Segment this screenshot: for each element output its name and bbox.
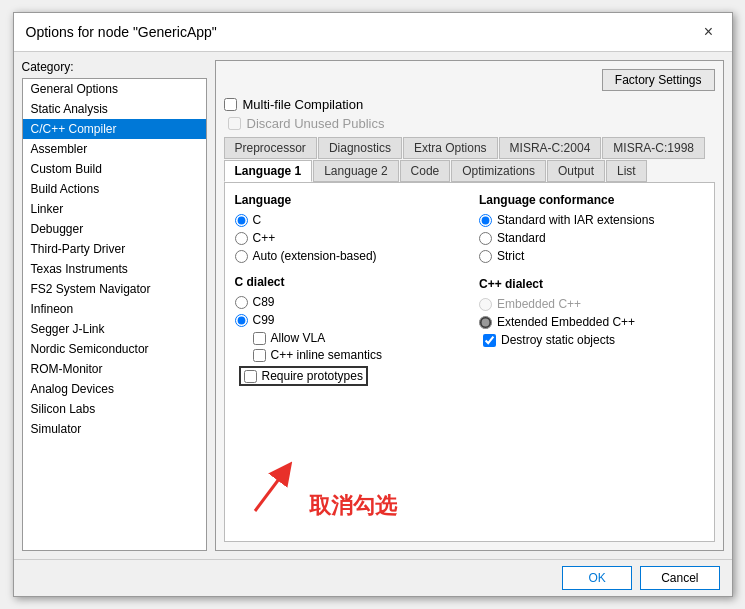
radio-c89: C89 (235, 295, 460, 309)
tab-language2[interactable]: Language 2 (313, 160, 398, 182)
cpp-inline-label: C++ inline semantics (271, 348, 382, 362)
sidebar-item-fs2-system-navigator[interactable]: FS2 System Navigator (23, 279, 206, 299)
sidebar-item-texas-instruments[interactable]: Texas Instruments (23, 259, 206, 279)
sidebar-list: General Options Static Analysis C/C++ Co… (22, 78, 207, 551)
language-group-label: Language (235, 193, 460, 207)
discard-row: Discard Unused Publics (224, 116, 715, 131)
right-panel: Language conformance Standard with IAR e… (479, 193, 704, 531)
radio-extended-embedded-cpp-label: Extended Embedded C++ (497, 315, 635, 329)
cancel-button[interactable]: Cancel (640, 566, 719, 590)
tab-preprocessor[interactable]: Preprocessor (224, 137, 317, 159)
radio-strict: Strict (479, 249, 704, 263)
sidebar-item-custom-build[interactable]: Custom Build (23, 159, 206, 179)
tab-code[interactable]: Code (400, 160, 451, 182)
radio-embedded-cpp: Embedded C++ (479, 297, 704, 311)
radio-extended-embedded-cpp-input[interactable] (479, 316, 492, 329)
allow-vla-checkbox[interactable] (253, 332, 266, 345)
category-label: Category: (22, 60, 207, 74)
sidebar-item-third-party-driver[interactable]: Third-Party Driver (23, 239, 206, 259)
destroy-static-label: Destroy static objects (501, 333, 615, 347)
tabs-row2: Language 1 Language 2 Code Optimizations… (224, 160, 715, 182)
allow-vla-row: Allow VLA (235, 331, 460, 345)
conformance-group-label: Language conformance (479, 193, 704, 207)
sidebar-item-debugger[interactable]: Debugger (23, 219, 206, 239)
sidebar-item-general-options[interactable]: General Options (23, 79, 206, 99)
radio-cpp-label: C++ (253, 231, 276, 245)
radio-auto-label: Auto (extension-based) (253, 249, 377, 263)
tabs-row1: Preprocessor Diagnostics Extra Options M… (224, 137, 715, 159)
radio-embedded-cpp-label: Embedded C++ (497, 297, 581, 311)
radio-c99: C99 (235, 313, 460, 327)
require-prototypes-label: Require prototypes (262, 369, 363, 383)
radio-standard-jar-input[interactable] (479, 214, 492, 227)
radio-strict-label: Strict (497, 249, 524, 263)
tab-misra-c2004[interactable]: MISRA-C:2004 (499, 137, 602, 159)
tab-output[interactable]: Output (547, 160, 605, 182)
dialog-body: Category: General Options Static Analysi… (14, 52, 732, 559)
radio-c-label: C (253, 213, 262, 227)
require-prototypes-highlight: Require prototypes (239, 366, 368, 386)
radio-lang-auto: Auto (extension-based) (235, 249, 460, 263)
sidebar-item-segger-jlink[interactable]: Segger J-Link (23, 319, 206, 339)
radio-standard-input[interactable] (479, 232, 492, 245)
radio-c99-input[interactable] (235, 314, 248, 327)
radio-lang-cpp: C++ (235, 231, 460, 245)
tab-list[interactable]: List (606, 160, 647, 182)
main-panel: Factory Settings Multi-file Compilation … (215, 60, 724, 551)
tab-optimizations[interactable]: Optimizations (451, 160, 546, 182)
tab-content: Language C C++ Auto (extension-based) (224, 182, 715, 542)
c-dialect-group-label: C dialect (235, 275, 460, 289)
left-panel: Language C C++ Auto (extension-based) (235, 193, 460, 531)
destroy-static-row: Destroy static objects (479, 333, 704, 347)
tab-extra-options[interactable]: Extra Options (403, 137, 498, 159)
discard-label: Discard Unused Publics (247, 116, 385, 131)
cpp-dialect-group: C++ dialect Embedded C++ Extended Embedd… (479, 277, 704, 347)
dialog-footer: OK Cancel (14, 559, 732, 596)
multifile-label: Multi-file Compilation (243, 97, 364, 112)
radio-cpp-input[interactable] (235, 232, 248, 245)
options-dialog: Options for node "GenericApp" × Category… (13, 12, 733, 597)
cpp-inline-checkbox[interactable] (253, 349, 266, 362)
radio-standard-label: Standard (497, 231, 546, 245)
radio-standard: Standard (479, 231, 704, 245)
tab-diagnostics[interactable]: Diagnostics (318, 137, 402, 159)
factory-settings-button[interactable]: Factory Settings (602, 69, 715, 91)
sidebar-item-nordic-semiconductor[interactable]: Nordic Semiconductor (23, 339, 206, 359)
radio-c89-input[interactable] (235, 296, 248, 309)
cpp-dialect-group-label: C++ dialect (479, 277, 704, 291)
require-prototypes-checkbox[interactable] (244, 370, 257, 383)
destroy-static-checkbox[interactable] (483, 334, 496, 347)
sidebar-item-infineon[interactable]: Infineon (23, 299, 206, 319)
radio-embedded-cpp-input (479, 298, 492, 311)
dialog-title: Options for node "GenericApp" (26, 24, 217, 40)
sidebar-item-assembler[interactable]: Assembler (23, 139, 206, 159)
factory-row: Factory Settings (224, 69, 715, 91)
multifile-row: Multi-file Compilation (224, 97, 715, 112)
radio-c89-label: C89 (253, 295, 275, 309)
c-dialect-group: C dialect C89 C99 Allow VLA (235, 275, 460, 386)
tab-language1[interactable]: Language 1 (224, 160, 313, 182)
radio-lang-c: C (235, 213, 460, 227)
sidebar-item-cpp-compiler[interactable]: C/C++ Compiler (23, 119, 206, 139)
sidebar-item-static-analysis[interactable]: Static Analysis (23, 99, 206, 119)
require-prototypes-row: Require prototypes (235, 366, 460, 386)
radio-c99-label: C99 (253, 313, 275, 327)
sidebar-item-silicon-labs[interactable]: Silicon Labs (23, 399, 206, 419)
radio-strict-input[interactable] (479, 250, 492, 263)
cpp-inline-row: C++ inline semantics (235, 348, 460, 362)
title-bar: Options for node "GenericApp" × (14, 13, 732, 52)
multifile-compilation-checkbox[interactable] (224, 98, 237, 111)
sidebar-item-rom-monitor[interactable]: ROM-Monitor (23, 359, 206, 379)
sidebar-item-analog-devices[interactable]: Analog Devices (23, 379, 206, 399)
radio-auto-input[interactable] (235, 250, 248, 263)
allow-vla-label: Allow VLA (271, 331, 326, 345)
tab-misra-c1998[interactable]: MISRA-C:1998 (602, 137, 705, 159)
sidebar-item-build-actions[interactable]: Build Actions (23, 179, 206, 199)
ok-button[interactable]: OK (562, 566, 632, 590)
radio-c-input[interactable] (235, 214, 248, 227)
sidebar-item-linker[interactable]: Linker (23, 199, 206, 219)
radio-standard-jar: Standard with IAR extensions (479, 213, 704, 227)
close-button[interactable]: × (698, 21, 720, 43)
radio-extended-embedded-cpp: Extended Embedded C++ (479, 315, 704, 329)
sidebar-item-simulator[interactable]: Simulator (23, 419, 206, 439)
